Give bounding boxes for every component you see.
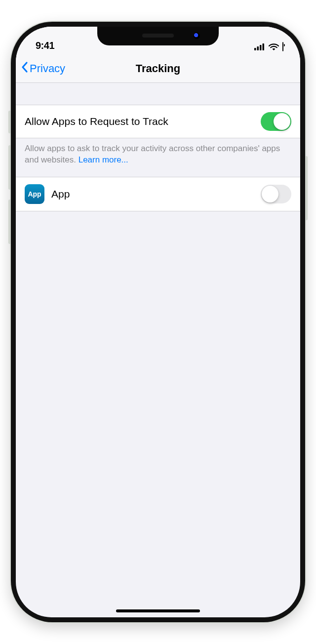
app-tracking-toggle[interactable] [261,185,291,203]
power-button [305,156,308,220]
status-time: 9:41 [36,40,54,51]
speaker-grille [142,34,174,38]
app-row: AppApp [16,177,300,211]
back-label: Privacy [30,62,65,75]
nav-bar: Privacy Tracking [16,54,300,83]
page-title: Tracking [136,62,180,75]
screen: 9:41 [16,27,300,617]
back-button[interactable]: Privacy [21,61,65,76]
chevron-left-icon [21,61,29,76]
svg-rect-3 [263,43,265,50]
cellular-icon [254,43,265,50]
app-icon: App [25,184,44,204]
section-spacer [16,83,300,105]
allow-request-toggle[interactable] [261,112,291,131]
home-indicator[interactable] [116,609,200,612]
app-name-label: App [51,188,261,200]
status-indicators [254,42,283,51]
apps-list: AppApp [16,177,300,211]
svg-rect-1 [257,46,259,50]
svg-rect-2 [260,45,262,50]
battery-icon [282,42,283,51]
front-camera [194,33,200,39]
wifi-icon [269,43,279,51]
toggle-knob [262,186,278,202]
section-footer: Allow apps to ask to track your activity… [16,138,300,177]
learn-more-link[interactable]: Learn more... [79,155,128,164]
allow-request-row: Allow Apps to Request to Track [16,105,300,138]
allow-request-label: Allow Apps to Request to Track [25,116,261,127]
svg-rect-0 [254,48,256,50]
notch [97,27,219,45]
toggle-knob [274,113,290,130]
phone-frame: 9:41 [11,22,305,622]
footer-description: Allow apps to ask to track your activity… [25,144,280,164]
